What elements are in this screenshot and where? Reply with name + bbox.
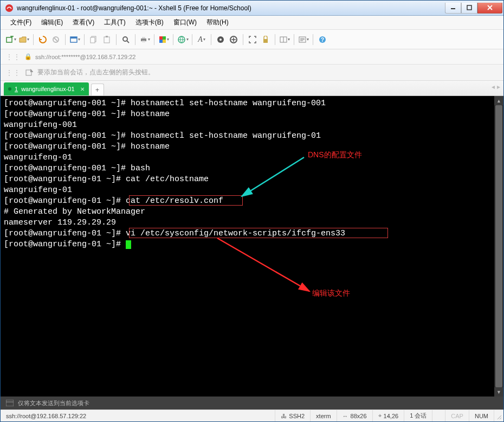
addressbar: ⋮⋮ 🔒 ssh://root:********@192.168.57.129:… xyxy=(1,49,503,65)
color-scheme-button[interactable] xyxy=(158,34,170,46)
svg-rect-15 xyxy=(159,36,163,40)
size-icon: ↔ xyxy=(343,413,348,419)
ssh-icon: 🖧 xyxy=(281,413,287,419)
lock-button[interactable] xyxy=(260,34,272,46)
tab-index: 1 xyxy=(15,86,18,92)
xagent-button[interactable] xyxy=(215,34,227,46)
scroll-up-icon[interactable]: ▲ xyxy=(494,96,503,105)
menu-view[interactable]: 查看(V) xyxy=(68,16,99,29)
layout-button[interactable] xyxy=(279,34,290,46)
status-sessions: 1 会话 xyxy=(404,410,432,421)
fullscreen-button[interactable] xyxy=(247,34,259,46)
svg-rect-3 xyxy=(7,37,12,42)
svg-rect-14 xyxy=(142,41,145,42)
encoding-button[interactable] xyxy=(177,34,189,46)
print-button[interactable] xyxy=(139,34,151,46)
menubar: 文件(F) 编辑(E) 查看(V) 工具(T) 选项卡(B) 窗口(W) 帮助(… xyxy=(1,16,503,30)
svg-rect-18 xyxy=(163,40,166,43)
tab-close-icon[interactable]: ✕ xyxy=(80,86,85,92)
svg-point-21 xyxy=(219,39,222,41)
cursor-pos-icon: ⌖ xyxy=(378,412,382,419)
script-button[interactable] xyxy=(298,34,309,46)
svg-rect-16 xyxy=(163,36,166,40)
maximize-button[interactable] xyxy=(461,3,477,14)
toolbar: A ? xyxy=(1,30,503,49)
open-button[interactable] xyxy=(18,34,30,46)
send-scope-icon[interactable] xyxy=(6,400,14,406)
menu-help[interactable]: 帮助(H) xyxy=(202,16,233,29)
properties-button[interactable] xyxy=(69,34,81,46)
svg-rect-29 xyxy=(6,400,14,406)
address-text[interactable]: ssh://root:********@192.168.57.129:22 xyxy=(35,54,135,60)
svg-rect-9 xyxy=(104,37,109,43)
status-ssh: 🖧SSH2 xyxy=(275,410,310,421)
lock-icon: 🔒 xyxy=(24,53,32,60)
close-button[interactable] xyxy=(477,3,502,14)
app-icon xyxy=(5,4,14,12)
status-pos: ⌖14,26 xyxy=(372,410,404,421)
status-dot-icon xyxy=(8,87,11,91)
hint-text: 要添加当前会话，点击左侧的箭头按钮。 xyxy=(37,68,154,77)
scrollbar[interactable]: ▲ ▼ xyxy=(494,96,503,397)
scroll-thumb[interactable] xyxy=(495,105,502,387)
status-term: xterm xyxy=(310,410,337,421)
annotation-edit: 编辑该文件 xyxy=(312,289,350,298)
status-conn: ssh://root@192.168.57.129:22 xyxy=(1,410,92,421)
terminal[interactable]: [root@wangruifeng-001 ~]# hostnamectl se… xyxy=(1,96,503,397)
terminal-output[interactable]: [root@wangruifeng-001 ~]# hostnamectl se… xyxy=(1,96,503,250)
reconnect-button[interactable] xyxy=(37,34,49,46)
svg-rect-23 xyxy=(263,39,268,43)
add-session-icon[interactable] xyxy=(25,69,33,76)
add-tab-button[interactable]: + xyxy=(91,84,104,95)
svg-rect-6 xyxy=(70,37,77,39)
status-caps: CAP xyxy=(445,410,469,421)
new-session-button[interactable] xyxy=(5,34,17,46)
xftp-button[interactable] xyxy=(228,34,240,46)
menu-edit[interactable]: 编辑(E) xyxy=(37,16,67,29)
svg-rect-13 xyxy=(142,37,145,39)
drag-handle-icon: ⋮⋮ xyxy=(6,53,21,61)
svg-rect-8 xyxy=(91,37,95,43)
titlebar: wangruifenglinux-01 - root@wangruifeng-0… xyxy=(1,1,503,16)
svg-rect-10 xyxy=(106,36,108,37)
status-size: ↔88x26 xyxy=(337,410,372,421)
status-gap xyxy=(432,410,445,421)
find-button[interactable] xyxy=(120,34,132,46)
compose-placeholder: 仅将文本发送到当前选项卡 xyxy=(18,399,89,407)
svg-rect-2 xyxy=(467,5,471,10)
tab-nav: ◂ ▸ xyxy=(492,83,500,91)
menu-file[interactable]: 文件(F) xyxy=(6,16,36,29)
svg-rect-1 xyxy=(451,8,455,9)
status-num: NUM xyxy=(469,410,494,421)
compose-bar[interactable]: 仅将文本发送到当前选项卡 xyxy=(1,397,503,410)
copy-button[interactable] xyxy=(88,34,100,46)
svg-text:?: ? xyxy=(321,37,324,43)
svg-point-0 xyxy=(5,4,13,12)
resize-grip-icon[interactable] xyxy=(494,410,503,421)
hintbar: ⋮⋮ 要添加当前会话，点击左侧的箭头按钮。 xyxy=(1,65,503,81)
statusbar: ssh://root@192.168.57.129:22 🖧SSH2 xterm… xyxy=(1,410,503,421)
tab-prev-icon[interactable]: ◂ xyxy=(492,83,495,91)
menu-tabs[interactable]: 选项卡(B) xyxy=(131,16,168,29)
cursor xyxy=(126,240,131,249)
minimize-button[interactable] xyxy=(445,3,461,14)
font-button[interactable]: A xyxy=(196,34,208,46)
menu-tools[interactable]: 工具(T) xyxy=(100,16,130,29)
tabbar: 1 wangruifenglinux-01 ✕ + ◂ ▸ xyxy=(1,81,503,96)
help-button[interactable]: ? xyxy=(316,34,328,46)
disconnect-button[interactable] xyxy=(50,34,62,46)
tab-label: wangruifenglinux-01 xyxy=(21,86,74,92)
tab-next-icon[interactable]: ▸ xyxy=(497,83,500,91)
drag-handle-icon: ⋮⋮ xyxy=(6,69,21,76)
menu-window[interactable]: 窗口(W) xyxy=(169,16,201,29)
scroll-down-icon[interactable]: ▼ xyxy=(494,387,503,397)
paste-button[interactable] xyxy=(101,34,113,46)
window-title: wangruifenglinux-01 - root@wangruifeng-0… xyxy=(17,4,445,12)
session-tab[interactable]: 1 wangruifenglinux-01 ✕ xyxy=(4,82,89,95)
svg-point-11 xyxy=(123,37,127,41)
svg-rect-17 xyxy=(159,40,163,43)
